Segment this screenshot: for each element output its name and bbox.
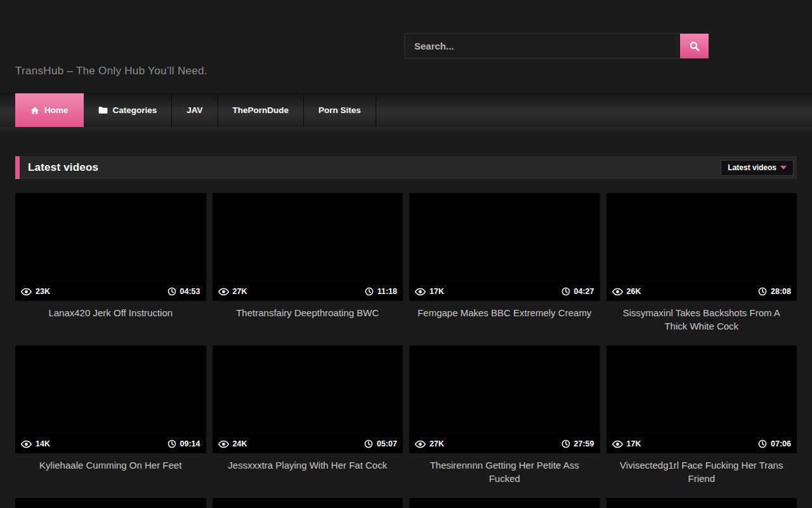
video-title[interactable]: Kyliehaale Cumming On Her Feet — [15, 458, 206, 472]
nav-item-categories[interactable]: Categories — [84, 93, 173, 127]
video-title[interactable]: Femgape Makes BBC Extremely Creamy — [409, 306, 600, 319]
video-card[interactable]: 27K 11:18 Thetransfairy Deepthroating BW… — [213, 193, 403, 345]
views-count: 24K — [233, 439, 247, 448]
eye-icon — [415, 440, 426, 448]
views-stat: 17K — [415, 287, 444, 296]
video-title[interactable]: Jessxxxtra Playing With Her Fat Cock — [213, 458, 403, 472]
eye-icon — [21, 440, 32, 448]
clock-icon — [758, 287, 767, 296]
nav-item-label: ThePornDude — [233, 105, 289, 115]
video-card[interactable]: 24K 05:07 Jessxxxtra Playing With Her Fa… — [213, 345, 403, 498]
video-card[interactable]: 23K 04:53 Lanax420 Jerk Off Instruction — [15, 193, 206, 345]
views-stat: 26K — [612, 287, 641, 296]
views-count: 26K — [627, 287, 641, 296]
duration-stat: 04:53 — [167, 287, 200, 296]
video-thumbnail[interactable] — [213, 498, 403, 508]
video-stats: 23K 04:53 — [15, 282, 206, 301]
nav-item-label: Porn Sites — [318, 105, 361, 115]
section-title: Latest videos — [28, 161, 98, 174]
video-card[interactable]: 14K 09:14 Kyliehaale Cumming On Her Feet — [15, 345, 206, 498]
video-thumbnail[interactable]: 24K 05:07 — [213, 345, 403, 453]
caret-down-icon — [780, 166, 787, 170]
video-card[interactable]: 27K 27:59 Thesirennnn Getting Her Petite… — [409, 345, 600, 498]
video-card[interactable]: 17K 04:27 Femgape Makes BBC Extremely Cr… — [409, 193, 600, 345]
video-title[interactable]: Vivisectedg1rl Face Fucking Her Trans Fr… — [606, 458, 797, 485]
nav-item-label: Categories — [113, 105, 157, 115]
video-thumbnail[interactable]: 27K 11:18 — [213, 193, 403, 301]
video-thumbnail[interactable]: 17K 07:06 — [606, 345, 797, 453]
eye-icon — [612, 288, 623, 296]
views-count: 23K — [36, 287, 50, 296]
views-stat: 27K — [415, 439, 444, 448]
video-title[interactable]: Lanax420 Jerk Off Instruction — [15, 306, 206, 319]
duration-stat: 28:08 — [758, 287, 791, 296]
search-button[interactable] — [680, 34, 709, 58]
video-stats: 17K 07:06 — [606, 434, 797, 453]
video-thumbnail[interactable]: 14K 09:14 — [15, 345, 206, 453]
section-header: Latest videos Latest videos — [15, 156, 797, 179]
video-thumbnail[interactable]: 17K 04:27 — [409, 193, 600, 301]
search-bar — [405, 34, 709, 58]
views-stat: 14K — [21, 439, 50, 448]
video-stats: 17K 04:27 — [409, 282, 600, 301]
video-title[interactable]: Thetransfairy Deepthroating BWC — [213, 306, 403, 319]
search-icon — [689, 41, 700, 52]
home-icon — [30, 106, 39, 115]
nav-item-label: JAV — [187, 105, 202, 115]
clock-icon — [167, 439, 176, 448]
video-title[interactable]: Sissymaxinl Takes Backshots From A Thick… — [606, 306, 797, 333]
video-card[interactable]: 26K 28:08 Sissymaxinl Takes Backshots Fr… — [606, 193, 797, 345]
main-nav: Home Categories JAV ThePornDude Porn Sit… — [0, 93, 812, 127]
views-count: 17K — [429, 287, 444, 296]
eye-icon — [218, 440, 229, 448]
video-grid: 23K 04:53 Lanax420 Jerk Off Instruction — [15, 193, 797, 508]
clock-icon — [167, 287, 176, 296]
video-card-partial[interactable] — [409, 498, 600, 508]
nav-item-jav[interactable]: JAV — [172, 93, 218, 127]
views-count: 27K — [429, 439, 444, 448]
duration-value: 09:14 — [180, 439, 200, 448]
duration-stat: 09:14 — [167, 439, 200, 448]
sort-dropdown[interactable]: Latest videos — [721, 160, 794, 176]
views-count: 14K — [36, 439, 50, 448]
video-card[interactable]: 17K 07:06 Vivisectedg1rl Face Fucking He… — [606, 345, 797, 498]
sort-dropdown-label: Latest videos — [728, 163, 776, 172]
duration-stat: 07:06 — [758, 439, 791, 448]
views-stat: 24K — [218, 439, 247, 448]
nav-item-theporndude[interactable]: ThePornDude — [218, 93, 304, 127]
video-thumbnail[interactable] — [606, 498, 797, 508]
video-thumbnail[interactable]: 23K 04:53 — [15, 193, 206, 301]
duration-stat: 04:27 — [561, 287, 594, 296]
video-stats: 27K 11:18 — [213, 282, 403, 301]
duration-value: 04:53 — [180, 287, 200, 296]
search-input[interactable] — [405, 34, 680, 58]
video-thumbnail[interactable]: 26K 28:08 — [606, 193, 797, 301]
duration-value: 07:06 — [771, 439, 791, 448]
folder-icon — [98, 106, 108, 114]
eye-icon — [21, 288, 32, 296]
views-count: 27K — [233, 287, 247, 296]
site-header: TransHub – The Only Hub You’ll Need. — [0, 0, 812, 93]
video-title[interactable]: Thesirennnn Getting Her Petite Ass Fucke… — [409, 458, 600, 485]
nav-shadow — [0, 127, 812, 135]
video-stats: 14K 09:14 — [15, 434, 206, 453]
video-thumbnail[interactable]: 27K 27:59 — [409, 345, 600, 453]
nav-item-porn-sites[interactable]: Porn Sites — [304, 93, 376, 127]
video-stats: 26K 28:08 — [606, 282, 797, 301]
video-stats: 24K 05:07 — [213, 434, 403, 453]
video-stats: 27K 27:59 — [409, 434, 600, 453]
duration-value: 04:27 — [574, 287, 594, 296]
video-card-partial[interactable] — [213, 498, 403, 508]
clock-icon — [561, 287, 570, 296]
video-card-partial[interactable] — [606, 498, 797, 508]
nav-item-label: Home — [44, 105, 69, 115]
eye-icon — [415, 288, 426, 296]
video-card-partial[interactable] — [15, 498, 206, 508]
clock-icon — [365, 287, 374, 296]
video-thumbnail[interactable] — [409, 498, 600, 508]
video-thumbnail[interactable] — [15, 498, 206, 508]
nav-item-home[interactable]: Home — [15, 93, 84, 127]
views-stat: 23K — [21, 287, 50, 296]
views-stat: 27K — [218, 287, 247, 296]
duration-value: 27:59 — [574, 439, 594, 448]
